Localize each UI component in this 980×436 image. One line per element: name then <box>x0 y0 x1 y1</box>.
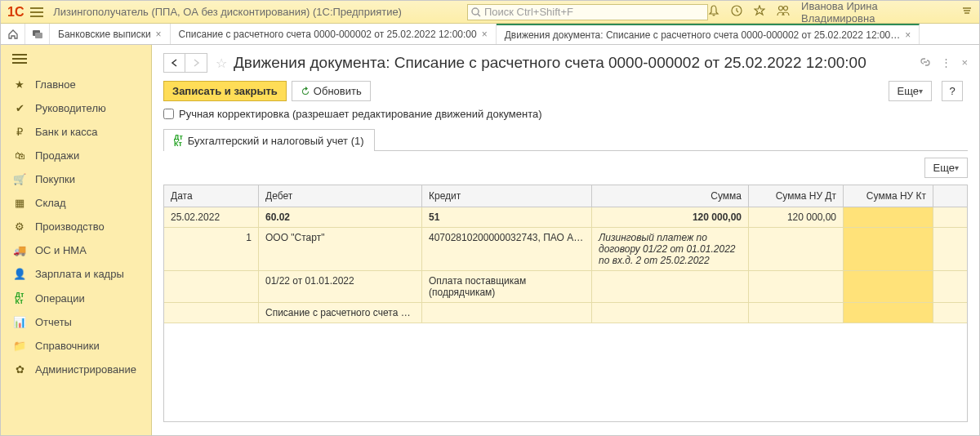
sidebar-label: Производство <box>35 220 105 233</box>
cell-credit: 40702810200000032743, ПАО А… <box>422 228 592 270</box>
cell-empty <box>422 303 592 323</box>
svg-point-0 <box>472 8 479 15</box>
star-icon[interactable] <box>754 5 765 19</box>
svg-line-1 <box>478 14 480 16</box>
grid-body: 25.02.2022 60.02 51 120 000,00 120 000,0… <box>164 207 967 323</box>
titlebar: 1C Лизингополучатель (ППА, ОА без дискон… <box>1 1 979 24</box>
col-nud[interactable]: Сумма НУ Дт <box>749 185 844 207</box>
cart-icon: 🛒 <box>12 173 27 185</box>
tab-movements[interactable]: Движения документа: Списание с расчетног… <box>497 24 920 44</box>
cell-credit: 51 <box>422 207 592 227</box>
sidebar-item-prod[interactable]: ⚙Производство <box>1 215 151 238</box>
burger-icon[interactable] <box>30 7 43 17</box>
user-name[interactable]: Иванова Ирина Владимировна <box>801 0 950 24</box>
cell-nud: 120 000,00 <box>749 207 844 227</box>
search-icon <box>471 7 481 17</box>
cell-nuk <box>844 303 933 323</box>
col-date[interactable]: Дата <box>164 185 259 207</box>
sidebar-item-salary[interactable]: 👤Зарплата и кадры <box>1 262 151 286</box>
sidebar-item-ops[interactable]: ДтКтОперации <box>1 286 151 310</box>
sidebar-item-bank[interactable]: ₽Банк и касса <box>1 120 151 144</box>
sidebar-label: Отчеты <box>35 316 72 328</box>
cell-empty <box>592 271 749 302</box>
sidebar-label: Справочники <box>35 340 100 352</box>
nav-buttons <box>163 53 207 73</box>
sidebar-item-admin[interactable]: ✿Администрирование <box>1 358 151 381</box>
save-close-button[interactable]: Записать и закрыть <box>163 81 287 101</box>
sidebar-item-sales[interactable]: 🛍Продажи <box>1 144 151 167</box>
sidebar-burger-icon[interactable] <box>1 45 151 73</box>
favorite-icon[interactable]: ☆ <box>216 56 227 71</box>
sidebar-label: Покупки <box>35 173 75 185</box>
sidebar-item-purch[interactable]: 🛒Покупки <box>1 167 151 191</box>
cell-nud <box>749 228 844 270</box>
cell-debit: 01/22 от 01.01.2022 <box>259 271 422 302</box>
close-icon[interactable]: × <box>961 56 968 70</box>
chat-icon[interactable] <box>25 24 50 44</box>
sidebar-label: Операции <box>35 292 85 305</box>
bell-icon[interactable] <box>708 5 719 19</box>
col-debit[interactable]: Дебет <box>259 185 422 207</box>
manual-edit-label: Ручная корректировка (разрешает редактир… <box>179 108 542 120</box>
back-button[interactable] <box>164 54 185 72</box>
tab-writeoff[interactable]: Списание с расчетного счета 0000-000002 … <box>171 24 497 44</box>
tab-bank-statements[interactable]: Банковские выписки × <box>50 24 171 44</box>
close-icon[interactable]: × <box>905 29 911 41</box>
cell-empty <box>164 271 259 302</box>
refresh-button[interactable]: Обновить <box>292 81 371 101</box>
table-row[interactable]: 1 ООО "Старт" 40702810200000032743, ПАО … <box>164 228 967 271</box>
grid-empty <box>164 323 967 421</box>
manager-icon: ✔ <box>12 102 27 114</box>
star-icon: ★ <box>12 78 27 91</box>
tab-label: Банковские выписки <box>58 29 151 40</box>
col-nuk[interactable]: Сумма НУ Кт <box>844 185 933 207</box>
cell-debit: ООО "Старт" <box>259 228 422 270</box>
folder-icon: 📁 <box>12 340 27 352</box>
app-title: Лизингополучатель (ППА, ОА без дисконтир… <box>53 6 402 18</box>
cell-sum: 120 000,00 <box>592 207 749 227</box>
page-title: Движения документа: Списание с расчетног… <box>234 54 920 72</box>
help-button[interactable]: ? <box>942 81 963 101</box>
sidebar-item-main[interactable]: ★Главное <box>1 73 151 96</box>
more-icon[interactable]: ⋮ <box>941 56 951 70</box>
sidebar-item-os[interactable]: 🚚ОС и НМА <box>1 238 151 262</box>
sidebar-item-reports[interactable]: 📊Отчеты <box>1 310 151 334</box>
cell-desc: Лизинговый платеж по договору 01/22 от 0… <box>592 228 749 270</box>
table-row[interactable]: 01/22 от 01.01.2022 Оплата поставщикам (… <box>164 271 967 303</box>
cell-nud <box>749 303 844 323</box>
sidebar-item-manager[interactable]: ✔Руководителю <box>1 96 151 120</box>
cell-credit: Оплата поставщикам (подрядчикам) <box>422 271 592 302</box>
tab-accounting[interactable]: ДтКт Бухгалтерский и налоговый учет (1) <box>163 129 375 151</box>
sidebar-item-ref[interactable]: 📁Справочники <box>1 334 151 358</box>
cell-num: 1 <box>164 228 259 270</box>
search-input[interactable]: Поиск Ctrl+Shift+F <box>467 4 708 20</box>
content: ☆ Движения документа: Списание с расчетн… <box>152 45 979 436</box>
home-icon[interactable] <box>1 24 25 44</box>
close-icon[interactable]: × <box>156 29 162 40</box>
manual-edit-checkbox[interactable] <box>163 109 174 119</box>
table-row[interactable]: Списание с расчетного счета … <box>164 303 967 323</box>
link-icon[interactable] <box>920 56 931 70</box>
cell-debit: Списание с расчетного счета … <box>259 303 422 323</box>
cell-nuk <box>844 228 933 270</box>
svg-point-4 <box>784 7 788 11</box>
col-sum[interactable]: Сумма <box>592 185 749 207</box>
col-credit[interactable]: Кредит <box>422 185 592 207</box>
history-icon[interactable] <box>731 5 742 19</box>
sidebar: ★Главное ✔Руководителю ₽Банк и касса 🛍Пр… <box>1 45 152 436</box>
tab-label: Списание с расчетного счета 0000-000002 … <box>179 29 477 40</box>
more-button[interactable]: Еще <box>889 81 932 101</box>
settings-icon[interactable] <box>961 5 973 19</box>
cell-nud <box>749 271 844 302</box>
cell-debit: 60.02 <box>259 207 422 227</box>
user-icon[interactable] <box>777 5 790 19</box>
table-row[interactable]: 25.02.2022 60.02 51 120 000,00 120 000,0… <box>164 207 967 228</box>
grid-more-button[interactable]: Еще <box>924 158 968 178</box>
sidebar-item-stock[interactable]: ▦Склад <box>1 191 151 215</box>
gear-icon: ✿ <box>12 363 27 376</box>
close-icon[interactable]: × <box>482 29 488 40</box>
forward-button[interactable] <box>185 54 207 72</box>
stock-icon: ▦ <box>12 197 27 209</box>
ops-icon: ДтКт <box>12 291 27 305</box>
tab-label: Движения документа: Списание с расчетног… <box>505 29 901 41</box>
